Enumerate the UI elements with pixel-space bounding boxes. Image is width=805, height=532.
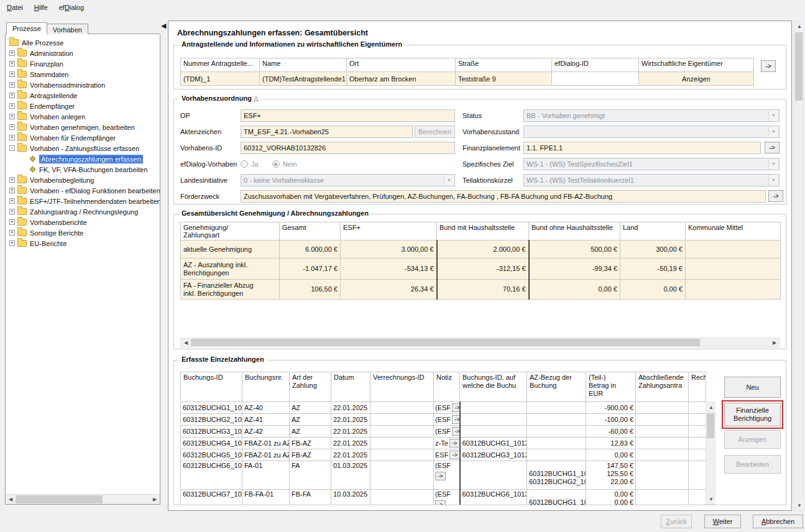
op-field[interactable]: ESF+ <box>241 109 455 122</box>
applicant-row[interactable]: (TDM)_1 (TDM)TestAntragstellende1 Oberha… <box>181 72 754 86</box>
vorhabenszustand-select[interactable]: ▼ <box>523 126 780 138</box>
tree-item-vorhaben-genehmigen[interactable]: +Vorhaben genehmigen, bearbeiten <box>6 122 160 132</box>
col-buchungs-id[interactable]: Buchungs-ID <box>181 372 242 402</box>
expand-plus-icon[interactable]: + <box>9 61 15 66</box>
notiz-goto-button[interactable]: -> <box>435 500 446 505</box>
tree-item-fk-vf-vfa-buchungen[interactable]: FK, VF, VFA-Buchungen bearbeiten <box>6 164 160 175</box>
col-bund-ohne[interactable]: Bund ohne Haushaltsstelle <box>529 222 620 241</box>
scrollbar-thumb[interactable] <box>191 339 700 346</box>
scroll-left-icon[interactable]: ◀ <box>181 338 191 347</box>
notiz-goto-button[interactable]: -> <box>452 403 459 412</box>
col-rechnung[interactable]: Rechnung <box>689 372 706 402</box>
expand-plus-icon[interactable]: + <box>9 71 15 77</box>
zurueck-button[interactable]: Zurück <box>661 515 692 528</box>
tree-item-endempfaenger[interactable]: +Endempfänger <box>6 101 160 111</box>
table-row[interactable]: AZ - Auszahlung inkl. Berichtigungen -1.… <box>181 259 781 280</box>
expand-plus-icon[interactable]: + <box>9 82 15 88</box>
tree-item-sonstige-berichte[interactable]: +Sonstige Berichte <box>6 227 160 238</box>
col-ref-buchung[interactable]: Buchungs-ID, auf welche die Buchu <box>460 372 527 402</box>
foerderzweck-field[interactable]: Zuschussvorhaben mit Vergabeverfahren, P… <box>241 190 766 203</box>
radio-ja[interactable] <box>241 160 248 168</box>
finanzielle-berichtigung-button[interactable]: Finanzielle Berichtigung <box>724 403 781 426</box>
col-zahlungsart[interactable]: Genehmigung/ Zahlungsart <box>181 222 280 241</box>
col-nummer[interactable]: Nummer Antragstelle... <box>181 58 260 72</box>
expand-plus-icon[interactable]: + <box>9 114 15 119</box>
col-verrechnungs-id[interactable]: Verrechnungs-ID <box>370 372 434 402</box>
expand-plus-icon[interactable]: + <box>9 188 15 193</box>
expand-plus-icon[interactable]: + <box>9 124 15 130</box>
col-eigentuemer[interactable]: Wirtschaftliche Eigentümer <box>639 58 754 72</box>
expand-plus-icon[interactable]: + <box>9 177 15 183</box>
tree-item-vorhabensberichte[interactable]: +Vorhabensberichte <box>6 217 160 227</box>
tree-item-alle-prozesse[interactable]: Alle Prozesse <box>6 37 160 48</box>
table-row[interactable]: 60312BUCHG2_1013 AZ-41 AZ 22.01.2025 (ES… <box>181 414 706 426</box>
table-row[interactable]: 60312BUCHG6_1013 FA-01 FA 01.03.2025 (ES… <box>181 461 706 490</box>
table-row[interactable]: FA - Finanzieller Abzug inkl. Berichtigu… <box>181 280 781 300</box>
scroll-right-icon[interactable]: ▶ <box>770 338 780 347</box>
notiz-goto-button[interactable]: -> <box>449 451 459 459</box>
col-az-bezug[interactable]: AZ-Bezug der Buchung <box>527 372 586 402</box>
expand-plus-icon[interactable]: + <box>9 50 15 56</box>
applicant-goto-button[interactable]: -> <box>761 60 776 72</box>
table-row[interactable]: aktuelle Genehmigung 6.000,00 € 3.000,00… <box>181 241 781 259</box>
anzeigen-button[interactable]: Anzeigen <box>724 430 781 449</box>
anzeigen-eigentuemer-button[interactable]: Anzeigen <box>639 72 754 86</box>
notiz-goto-button[interactable]: -> <box>435 472 446 480</box>
table-row[interactable]: 60312BUCHG3_1013 AZ-42 AZ 22.01.2025 (ES… <box>181 426 706 438</box>
scrollbar-track[interactable] <box>794 31 803 500</box>
neu-button[interactable]: Neu <box>724 377 781 398</box>
col-kommunal[interactable]: Kommunale Mittel <box>686 222 781 241</box>
col-land[interactable]: Land <box>620 222 686 241</box>
teilaktionskuerzel-select[interactable]: WS-1 - (WS) TestTeilaktionkuerzel1▼ <box>523 174 780 186</box>
scrollbar-track[interactable] <box>191 338 770 347</box>
scroll-right-icon[interactable]: ▶ <box>150 495 160 504</box>
notiz-goto-button[interactable]: -> <box>452 415 459 424</box>
tree-item-zahlungsfluesse[interactable]: -Vorhaben - Zahlungsflüsse erfassen <box>6 143 160 154</box>
expand-plus-icon[interactable]: + <box>9 198 15 204</box>
col-name[interactable]: Name <box>260 58 347 72</box>
scrollbar-track[interactable] <box>16 495 150 504</box>
col-gesamt[interactable]: Gesamt <box>280 222 341 241</box>
scroll-down-icon[interactable]: ▼ <box>706 494 715 504</box>
col-bund-mit[interactable]: Bund mit Haushaltsstelle <box>437 222 529 241</box>
col-buchungsnr[interactable]: Buchungsnr. <box>242 372 290 402</box>
tree-item-finanzplan[interactable]: +Finanzplan <box>6 58 160 69</box>
tab-prozesse[interactable]: Prozesse <box>6 22 47 34</box>
tree-item-administration[interactable]: +Administration <box>6 48 160 58</box>
finanzplanelement-field[interactable]: 1.1. FPE1.1 <box>523 142 761 154</box>
tree-item-vorhaben-anlegen[interactable]: +Vorhaben anlegen <box>6 111 160 122</box>
col-abschliessende[interactable]: Abschließende Zahlungsantra <box>636 372 689 402</box>
tree-item-efdialog-funktionen[interactable]: +Vorhaben - efDialog Funktionen bearbeit… <box>6 185 160 196</box>
chevron-down-icon[interactable]: ▼ <box>768 127 778 137</box>
col-esf[interactable]: ESF+ <box>341 222 437 241</box>
foerderzweck-goto-button[interactable]: -> <box>768 190 783 202</box>
payments-vertical-scrollbar[interactable]: ▲ ▼ <box>706 401 715 505</box>
tab-vorhaben[interactable]: Vorhaben <box>47 24 88 34</box>
abbrechen-button[interactable]: Abbrechen <box>753 515 803 528</box>
expand-plus-icon[interactable]: + <box>9 230 15 236</box>
finanzplanelement-goto-button[interactable]: -> <box>765 142 780 154</box>
main-vertical-scrollbar[interactable]: ▲ ▼ <box>794 21 804 511</box>
chevron-down-icon[interactable]: ▼ <box>768 175 778 185</box>
radio-nein[interactable] <box>272 160 280 168</box>
collapse-minus-icon[interactable]: - <box>9 145 15 151</box>
col-efdialog-id[interactable]: efDialog-ID <box>552 58 639 72</box>
berechnen-button[interactable]: Berechnen <box>415 126 455 138</box>
chevron-down-icon[interactable]: ▼ <box>768 111 778 121</box>
tree-item-vorhabensbegleitung[interactable]: +Vorhabensbegleitung <box>6 175 160 185</box>
weiter-button[interactable]: Weiter <box>704 515 741 528</box>
table-row[interactable]: 60312BUCHG5_1013 FBAZ-01 zu AZ-42 FB-AZ … <box>181 449 706 461</box>
scrollbar-thumb[interactable] <box>16 495 103 503</box>
col-datum[interactable]: Datum <box>331 372 370 402</box>
col-art[interactable]: Art der Zahlung <box>290 372 331 402</box>
aktenzeichen-field[interactable]: TM_ESF_4.21.-Vorhaben25 <box>241 126 413 138</box>
scrollbar-thumb[interactable] <box>707 413 714 438</box>
col-notiz[interactable]: Notiz <box>434 372 460 402</box>
chevron-down-icon[interactable]: ▼ <box>768 159 778 169</box>
status-select[interactable]: BB - Vorhaben genehmigt▼ <box>523 109 780 122</box>
tree-item-zahlungsantrag[interactable]: +Zahlungsantrag / Rechnungslegung <box>6 206 160 217</box>
scrollbar-thumb[interactable] <box>795 32 803 101</box>
tree-horizontal-scrollbar[interactable]: ◀ ▶ <box>6 494 160 504</box>
menu-efdialog[interactable]: efDialog <box>53 2 90 13</box>
notiz-goto-button[interactable]: -> <box>452 427 459 436</box>
